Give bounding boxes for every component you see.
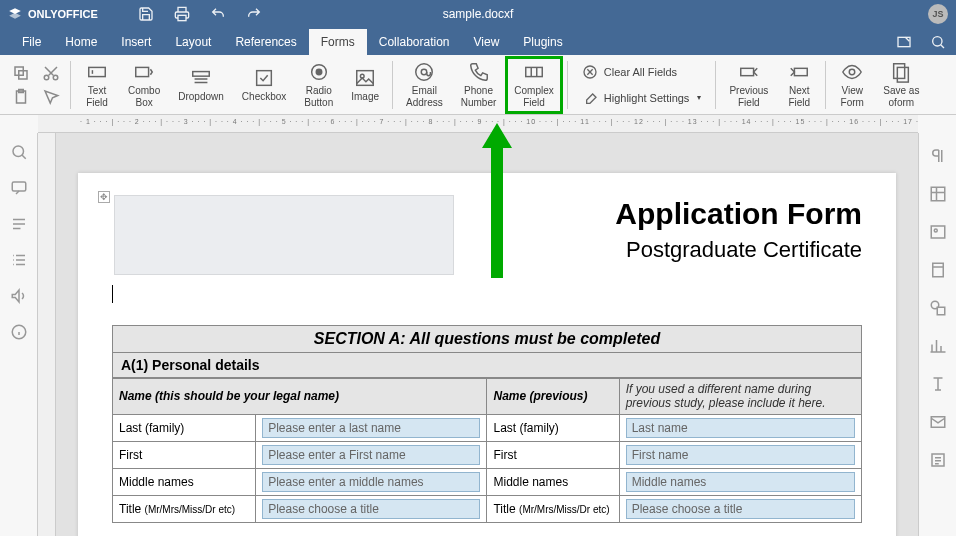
right-panel — [918, 133, 956, 536]
save-icon[interactable] — [138, 6, 154, 22]
save-oform-button[interactable]: Save asoform — [874, 56, 928, 114]
paragraph-settings-icon[interactable] — [929, 147, 947, 165]
redo-icon[interactable] — [246, 6, 262, 22]
prev-last-name-field[interactable]: Last name — [626, 418, 855, 438]
menu-collaboration[interactable]: Collaboration — [367, 29, 462, 55]
doc-heading: Application Form — [112, 197, 862, 231]
menu-home[interactable]: Home — [53, 29, 109, 55]
vertical-ruler — [38, 133, 56, 536]
clear-fields-button[interactable]: Clear All Fields — [576, 61, 708, 83]
next-field-button[interactable]: NextField — [777, 56, 821, 114]
prev-first-name-field[interactable]: First name — [626, 445, 855, 465]
view-form-button[interactable]: ViewForm — [830, 56, 874, 114]
search-icon[interactable] — [930, 34, 946, 50]
dropdown-button[interactable]: Dropdown — [169, 62, 233, 108]
forms-toolbar: TextField ComboBox Dropdown Checkbox Rad… — [0, 55, 956, 115]
menu-references[interactable]: References — [223, 29, 308, 55]
svg-rect-10 — [136, 67, 149, 76]
image-settings-icon[interactable] — [929, 223, 947, 241]
personal-details-table: Name (this should be your legal name) Na… — [112, 378, 862, 523]
canvas-area: ✥ Application Form Postgraduate Certific… — [38, 133, 918, 536]
middle-name-field[interactable]: Please enter a middle names — [262, 472, 480, 492]
title-field[interactable]: Please choose a title — [262, 499, 480, 519]
svg-point-26 — [13, 146, 24, 157]
table-settings-icon[interactable] — [929, 185, 947, 203]
horizontal-ruler: · 1 · · · | · · · 2 · · · | · · · 3 · · … — [38, 115, 918, 133]
section-a-bar: SECTION A: All questions must be complet… — [112, 325, 862, 353]
checkbox-button[interactable]: Checkbox — [233, 62, 295, 108]
combo-box-button[interactable]: ComboBox — [119, 56, 169, 114]
open-location-icon[interactable] — [896, 34, 912, 50]
email-button[interactable]: EmailAddress — [397, 56, 452, 114]
previous-field-button[interactable]: PreviousField — [720, 56, 777, 114]
chart-settings-icon[interactable] — [929, 337, 947, 355]
menu-file[interactable]: File — [10, 29, 53, 55]
first-name-field[interactable]: Please enter a First name — [262, 445, 480, 465]
svg-rect-32 — [932, 263, 943, 277]
title-bar: ONLYOFFICE sample.docxf JS — [0, 0, 956, 28]
menu-layout[interactable]: Layout — [163, 29, 223, 55]
app-name: ONLYOFFICE — [28, 8, 98, 20]
comments-panel-icon[interactable] — [10, 179, 28, 197]
svg-point-23 — [850, 69, 856, 75]
document-title: sample.docxf — [443, 7, 514, 21]
paste-icon[interactable] — [12, 88, 30, 106]
subsection-a1: A(1) Personal details — [112, 353, 862, 378]
select-icon[interactable] — [42, 88, 60, 106]
feedback-icon[interactable] — [10, 287, 28, 305]
phone-button[interactable]: PhoneNumber — [452, 56, 506, 114]
form-settings-icon[interactable] — [929, 451, 947, 469]
middle-label: Middle names — [113, 468, 256, 495]
search-panel-icon[interactable] — [10, 143, 28, 161]
print-icon[interactable] — [174, 6, 190, 22]
menu-insert[interactable]: Insert — [109, 29, 163, 55]
shape-settings-icon[interactable] — [929, 299, 947, 317]
svg-point-18 — [422, 69, 428, 75]
left-panel — [0, 133, 38, 536]
image-button[interactable]: Image — [342, 62, 388, 108]
cut-icon[interactable] — [42, 64, 60, 82]
svg-rect-9 — [89, 67, 106, 76]
anchor-icon[interactable]: ✥ — [98, 191, 110, 203]
outline-panel-icon[interactable] — [10, 251, 28, 269]
prev-title-label: Title (Mr/Mrs/Miss/Dr etc) — [487, 495, 619, 522]
name-prev-note: If you used a different name during prev… — [619, 379, 861, 415]
svg-rect-24 — [894, 63, 905, 78]
svg-rect-15 — [357, 70, 374, 85]
text-field-button[interactable]: TextField — [75, 56, 119, 114]
radio-button[interactable]: RadioButton — [295, 56, 342, 114]
svg-rect-11 — [193, 71, 210, 76]
headings-panel-icon[interactable] — [10, 215, 28, 233]
prev-last-label: Last (family) — [487, 414, 619, 441]
prev-title-field[interactable]: Please choose a title — [626, 499, 855, 519]
text-cursor — [112, 285, 113, 303]
menu-view[interactable]: View — [462, 29, 512, 55]
undo-icon[interactable] — [210, 6, 226, 22]
textart-settings-icon[interactable] — [929, 375, 947, 393]
prev-middle-label: Middle names — [487, 468, 619, 495]
app-logo: ONLYOFFICE — [8, 7, 98, 21]
highlight-settings-button[interactable]: Highlight Settings▾ — [576, 87, 708, 109]
name-legal-header: Name (this should be your legal name) — [113, 379, 487, 415]
svg-rect-12 — [257, 70, 272, 85]
name-prev-header: Name (previous) — [487, 379, 619, 415]
menu-forms[interactable]: Forms — [309, 29, 367, 55]
menu-plugins[interactable]: Plugins — [511, 29, 574, 55]
svg-rect-30 — [931, 226, 945, 238]
about-icon[interactable] — [10, 323, 28, 341]
mail-settings-icon[interactable] — [929, 413, 947, 431]
menu-bar: File Home Insert Layout References Forms… — [0, 28, 956, 55]
last-name-field[interactable]: Please enter a last name — [262, 418, 480, 438]
copy-icon[interactable] — [12, 64, 30, 82]
header-settings-icon[interactable] — [929, 261, 947, 279]
complex-field-button[interactable]: ComplexField — [505, 56, 562, 114]
prev-middle-name-field[interactable]: Middle names — [626, 472, 855, 492]
svg-rect-0 — [178, 15, 186, 20]
prev-first-label: First — [487, 441, 619, 468]
svg-point-7 — [44, 75, 49, 80]
svg-point-31 — [934, 229, 937, 232]
document-page: ✥ Application Form Postgraduate Certific… — [78, 173, 896, 536]
svg-rect-27 — [12, 182, 26, 191]
svg-rect-22 — [795, 68, 808, 75]
user-avatar[interactable]: JS — [928, 4, 948, 24]
